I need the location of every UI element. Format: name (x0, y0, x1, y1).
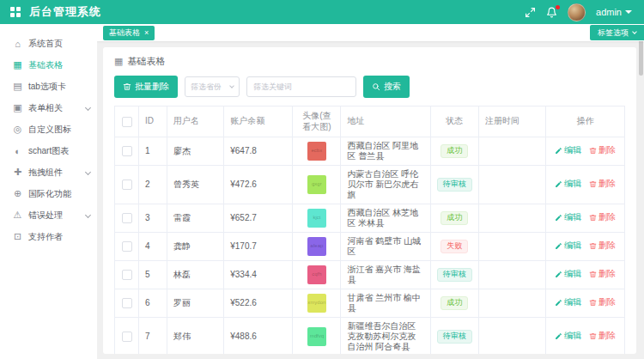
avatar-thumbnail[interactable]: kjct (307, 209, 326, 228)
edit-icon (555, 299, 562, 307)
keyword-input[interactable] (246, 76, 356, 97)
bell-icon[interactable] (546, 7, 557, 18)
status-badge: 成功 (440, 211, 468, 224)
edit-button[interactable]: 编辑 (555, 179, 581, 190)
avatar-thumbnail[interactable]: mdfvq (307, 327, 326, 346)
sidebar-item-form[interactable]: ▣表单相关 (0, 97, 97, 119)
sidebar-item-tabs[interactable]: ▤tab选项卡 (0, 76, 97, 97)
sidebar-item-table[interactable]: ▦基础表格 (0, 54, 97, 76)
delete-button[interactable]: 删除 (589, 212, 616, 223)
i18n-icon: ⊕ (12, 188, 23, 199)
delete-button[interactable]: 删除 (589, 297, 616, 308)
column-header: 地址 (341, 106, 430, 137)
avatar-thumbnail[interactable]: gxgr (307, 175, 326, 194)
close-icon[interactable]: × (144, 29, 149, 37)
delete-button[interactable]: 删除 (589, 179, 616, 190)
user-menu[interactable]: admin (596, 7, 632, 17)
row-checkbox[interactable] (122, 241, 132, 252)
batch-delete-button[interactable]: 批量删除 (114, 76, 178, 98)
delete-button[interactable]: 删除 (589, 269, 616, 280)
row-checkbox[interactable] (122, 146, 132, 156)
delete-button[interactable]: 删除 (589, 331, 616, 342)
home-icon: ⌂ (12, 39, 23, 49)
cell-address: 新疆维吾尔自治区 克孜勒苏柯尔克孜自治州 阿合奇县 (341, 318, 430, 355)
table-row: 5林磊¥334.4cqfh浙江省 嘉兴市 海盐县待审核编辑删除 (115, 261, 625, 289)
cell-address: 浙江省 嘉兴市 海盐县 (341, 261, 430, 289)
notification-badge (556, 5, 560, 9)
tag-options-button[interactable]: 标签选项 (590, 25, 644, 40)
trash-icon (589, 214, 597, 222)
row-checkbox[interactable] (122, 213, 132, 223)
cell-address: 内蒙古自治区 呼伦贝尔市 新巴尔虎右旗 (341, 166, 430, 204)
edit-icon (555, 214, 562, 222)
edit-icon (555, 332, 562, 340)
cell-date (478, 204, 545, 233)
sidebar-item-custom-icon[interactable]: ◎自定义图标 (0, 119, 97, 140)
trash-icon (589, 271, 597, 278)
avatar-thumbnail[interactable]: afeap (307, 237, 326, 256)
sidebar-item-error[interactable]: ⚠错误处理 (0, 204, 97, 226)
edit-icon (555, 271, 562, 278)
tab-basetable[interactable]: 基础表格 × (103, 26, 155, 40)
province-select[interactable]: 筛选省份 (185, 76, 240, 97)
avatar-thumbnail[interactable]: xmydon (307, 294, 326, 313)
user-avatar[interactable] (568, 3, 586, 21)
delete-button[interactable]: 删除 (589, 240, 616, 252)
avatar-thumbnail[interactable]: cqfh (307, 265, 326, 284)
trash-icon (589, 299, 597, 307)
sidebar-item-label: 系统首页 (28, 38, 63, 50)
sidebar-item-home[interactable]: ⌂系统首页 (0, 33, 97, 54)
chevron-down-icon (85, 169, 91, 175)
edit-button[interactable]: 编辑 (555, 212, 581, 223)
chart-icon: ◐ (12, 146, 23, 156)
custom-icon-icon: ◎ (12, 124, 23, 135)
edit-icon (555, 180, 562, 188)
collapse-menu-icon[interactable] (10, 7, 21, 17)
fullscreen-icon[interactable] (525, 7, 536, 18)
scrollbar[interactable] (639, 24, 644, 359)
cell-balance: ¥522.6 (224, 289, 293, 318)
toolbar: 批量删除 筛选省份 搜索 (114, 76, 625, 98)
status-badge: 失败 (440, 240, 468, 253)
edit-button[interactable]: 编辑 (555, 331, 581, 342)
sidebar-item-label: 支持作者 (28, 231, 63, 243)
edit-button[interactable]: 编辑 (555, 240, 581, 252)
chevron-down-icon (85, 105, 91, 111)
cell-balance: ¥647.8 (224, 137, 293, 166)
table-row: 1廖杰¥647.8ecbx西藏自治区 阿里地区 普兰县成功编辑删除 (115, 137, 625, 166)
select-all-checkbox[interactable] (122, 117, 132, 127)
sidebar: ⌂系统首页▦基础表格▤tab选项卡▣表单相关◎自定义图标◐schart图表✚拖拽… (0, 24, 97, 359)
page-caption: ▦ 基础表格 (114, 55, 625, 68)
edit-icon (555, 147, 562, 155)
table-row: 3雷霞¥652.7kjct西藏自治区 林芝地区 米林县成功编辑删除 (115, 204, 625, 233)
top-header: 后台管理系统 admin (0, 0, 644, 24)
row-checkbox[interactable] (122, 270, 132, 280)
edit-button[interactable]: 编辑 (555, 269, 581, 280)
sidebar-item-label: 基础表格 (28, 59, 63, 71)
edit-button[interactable]: 编辑 (555, 145, 581, 156)
delete-button[interactable]: 删除 (589, 145, 616, 156)
data-table: ID用户名账户余额头像(查看大图)地址状态注册时间操作 1廖杰¥647.8ecb… (114, 106, 625, 354)
row-checkbox[interactable] (122, 298, 132, 308)
sidebar-item-drag[interactable]: ✚拖拽组件 (0, 161, 97, 183)
row-checkbox[interactable] (122, 332, 132, 342)
cell-address: 西藏自治区 林芝地区 米林县 (341, 204, 430, 233)
search-button[interactable]: 搜索 (363, 76, 410, 98)
sidebar-item-label: 拖拽组件 (28, 167, 63, 179)
sidebar-item-support[interactable]: ⊡支持作者 (0, 226, 97, 247)
trash-icon (589, 180, 597, 188)
sidebar-item-chart[interactable]: ◐schart图表 (0, 140, 97, 161)
cell-username: 雷霞 (167, 204, 224, 233)
chevron-down-icon (85, 212, 91, 218)
edit-button[interactable]: 编辑 (555, 297, 581, 308)
sidebar-item-i18n[interactable]: ⊕国际化功能 (0, 183, 97, 204)
app-title: 后台管理系统 (29, 4, 101, 20)
cell-balance: ¥652.7 (224, 204, 293, 233)
cell-balance: ¥334.4 (224, 261, 293, 289)
cell-address: 甘肃省 兰州市 榆中县 (341, 289, 430, 318)
row-checkbox[interactable] (122, 180, 132, 190)
chevron-down-icon (632, 29, 637, 34)
cell-balance: ¥472.6 (224, 166, 293, 204)
chevron-down-icon (625, 10, 632, 14)
avatar-thumbnail[interactable]: ecbx (307, 142, 326, 161)
